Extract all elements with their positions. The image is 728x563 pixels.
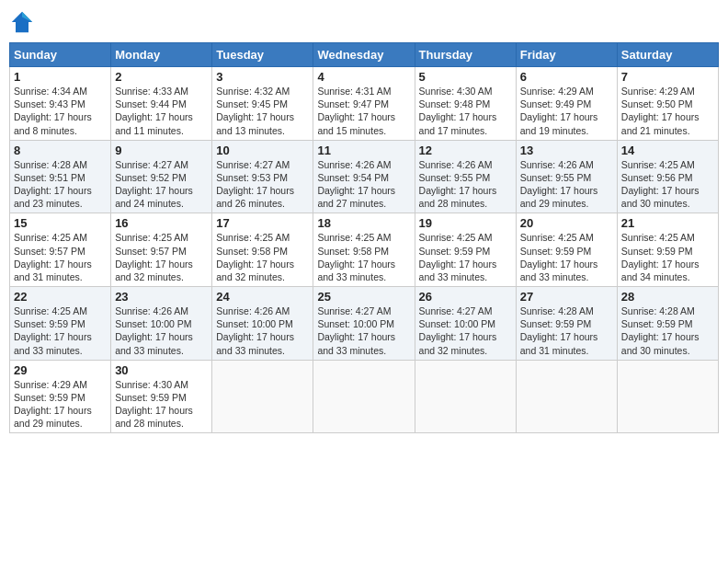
sunset-value: 9:47 PM <box>353 98 389 109</box>
sunset-value: 9:57 PM <box>151 246 187 257</box>
sunrise-label: Sunrise: <box>621 86 659 97</box>
sunrise-label: Sunrise: <box>14 159 51 170</box>
day-cell: 13 Sunrise: 4:26 AM Sunset: 9:55 PM Dayl… <box>516 140 617 213</box>
header-cell-saturday: Saturday <box>617 43 718 67</box>
sunset-label: Sunset: <box>14 246 50 257</box>
sunrise-label: Sunrise: <box>14 305 51 316</box>
sunset-value: 9:59 PM <box>555 246 591 257</box>
sunset-label: Sunset: <box>115 392 151 403</box>
week-row-2: 8 Sunrise: 4:28 AM Sunset: 9:51 PM Dayli… <box>10 140 719 213</box>
sunrise-label: Sunrise: <box>14 379 51 390</box>
sunrise-label: Sunrise: <box>520 159 558 170</box>
sunrise-label: Sunrise: <box>317 305 355 316</box>
sunset-label: Sunset: <box>14 318 50 329</box>
sunrise-value: 4:26 AM <box>154 305 189 316</box>
day-info: Sunrise: 4:27 AM Sunset: 9:52 PM Dayligh… <box>115 158 208 211</box>
day-info: Sunrise: 4:25 AM Sunset: 9:58 PM Dayligh… <box>317 231 410 283</box>
page: SundayMondayTuesdayWednesdayThursdayFrid… <box>0 0 728 563</box>
day-cell <box>212 360 313 433</box>
day-number: 25 <box>317 290 410 304</box>
sunset-label: Sunset: <box>317 246 353 257</box>
day-cell: 5 Sunrise: 4:30 AM Sunset: 9:48 PM Dayli… <box>415 67 516 141</box>
day-info: Sunrise: 4:25 AM Sunset: 9:58 PM Dayligh… <box>216 231 309 283</box>
day-info: Sunrise: 4:29 AM Sunset: 9:49 PM Dayligh… <box>520 85 613 137</box>
sunrise-value: 4:30 AM <box>154 379 189 390</box>
header-cell-sunday: Sunday <box>10 43 111 67</box>
week-row-3: 15 Sunrise: 4:25 AM Sunset: 9:57 PM Dayl… <box>10 213 719 287</box>
daylight-label: Daylight: <box>14 259 54 270</box>
day-info: Sunrise: 4:25 AM Sunset: 9:59 PM Dayligh… <box>621 231 714 283</box>
week-row-4: 22 Sunrise: 4:25 AM Sunset: 9:59 PM Dayl… <box>10 287 719 361</box>
day-cell: 3 Sunrise: 4:32 AM Sunset: 9:45 PM Dayli… <box>212 67 313 141</box>
sunset-label: Sunset: <box>14 392 50 403</box>
day-info: Sunrise: 4:28 AM Sunset: 9:59 PM Dayligh… <box>621 304 714 357</box>
sunrise-value: 4:27 AM <box>457 305 493 316</box>
sunset-value: 9:53 PM <box>252 172 288 183</box>
sunrise-label: Sunrise: <box>520 86 558 97</box>
day-info: Sunrise: 4:27 AM Sunset: 10:00 PM Daylig… <box>317 304 410 357</box>
sunrise-label: Sunrise: <box>115 232 153 243</box>
sunrise-label: Sunrise: <box>520 305 558 316</box>
week-row-5: 29 Sunrise: 4:29 AM Sunset: 9:59 PM Dayl… <box>10 360 719 433</box>
sunrise-value: 4:25 AM <box>356 232 392 243</box>
sunset-value: 9:51 PM <box>50 172 85 183</box>
sunrise-label: Sunrise: <box>14 86 51 97</box>
day-cell: 24 Sunrise: 4:26 AM Sunset: 10:00 PM Day… <box>212 287 313 361</box>
day-cell: 20 Sunrise: 4:25 AM Sunset: 9:59 PM Dayl… <box>516 213 617 287</box>
sunset-label: Sunset: <box>216 246 252 257</box>
sunrise-label: Sunrise: <box>621 305 659 316</box>
sunset-label: Sunset: <box>216 98 252 109</box>
day-number: 11 <box>317 144 410 157</box>
sunrise-label: Sunrise: <box>621 232 659 243</box>
sunset-value: 10:00 PM <box>151 318 192 329</box>
sunset-value: 9:57 PM <box>50 246 85 257</box>
sunset-value: 9:48 PM <box>454 98 490 109</box>
day-number: 12 <box>419 144 512 157</box>
day-number: 21 <box>621 216 714 230</box>
sunrise-value: 4:27 AM <box>154 159 189 170</box>
day-cell: 30 Sunrise: 4:30 AM Sunset: 9:59 PM Dayl… <box>111 360 212 433</box>
day-number: 2 <box>115 70 208 84</box>
day-cell <box>617 360 718 433</box>
day-number: 24 <box>216 290 309 304</box>
day-number: 10 <box>216 144 309 157</box>
day-info: Sunrise: 4:31 AM Sunset: 9:47 PM Dayligh… <box>317 85 410 137</box>
day-cell: 25 Sunrise: 4:27 AM Sunset: 10:00 PM Day… <box>313 287 415 361</box>
day-cell <box>415 360 516 433</box>
sunset-value: 9:54 PM <box>353 172 389 183</box>
day-cell: 22 Sunrise: 4:25 AM Sunset: 9:59 PM Dayl… <box>10 287 111 361</box>
daylight-label: Daylight: <box>520 259 561 270</box>
day-number: 28 <box>621 290 714 304</box>
daylight-label: Daylight: <box>14 405 54 416</box>
sunrise-value: 4:25 AM <box>558 232 594 243</box>
sunset-value: 9:59 PM <box>555 318 591 329</box>
sunset-label: Sunset: <box>216 318 252 329</box>
sunrise-label: Sunrise: <box>115 159 153 170</box>
day-cell: 12 Sunrise: 4:26 AM Sunset: 9:55 PM Dayl… <box>415 140 516 213</box>
day-number: 14 <box>621 144 714 157</box>
day-cell: 29 Sunrise: 4:29 AM Sunset: 9:59 PM Dayl… <box>10 360 111 433</box>
sunset-value: 9:55 PM <box>555 172 591 183</box>
day-info: Sunrise: 4:30 AM Sunset: 9:48 PM Dayligh… <box>419 85 512 137</box>
logo <box>9 9 37 35</box>
sunset-value: 9:50 PM <box>656 98 692 109</box>
daylight-label: Daylight: <box>419 259 460 270</box>
sunrise-value: 4:28 AM <box>51 159 87 170</box>
sunset-value: 10:00 PM <box>353 318 394 329</box>
daylight-label: Daylight: <box>14 111 54 122</box>
day-cell: 15 Sunrise: 4:25 AM Sunset: 9:57 PM Dayl… <box>10 213 111 287</box>
sunset-value: 9:49 PM <box>555 98 591 109</box>
day-number: 4 <box>317 70 410 84</box>
calendar-table: SundayMondayTuesdayWednesdayThursdayFrid… <box>9 42 719 433</box>
day-info: Sunrise: 4:26 AM Sunset: 10:00 PM Daylig… <box>115 304 208 357</box>
day-number: 7 <box>621 70 714 84</box>
day-number: 3 <box>216 70 309 84</box>
sunrise-value: 4:25 AM <box>457 232 493 243</box>
sunset-label: Sunset: <box>520 172 556 183</box>
sunrise-value: 4:27 AM <box>255 159 290 170</box>
sunrise-label: Sunrise: <box>520 232 558 243</box>
day-number: 5 <box>419 70 512 84</box>
daylight-label: Daylight: <box>317 185 358 196</box>
sunrise-value: 4:32 AM <box>255 86 290 97</box>
header-cell-tuesday: Tuesday <box>212 43 313 67</box>
